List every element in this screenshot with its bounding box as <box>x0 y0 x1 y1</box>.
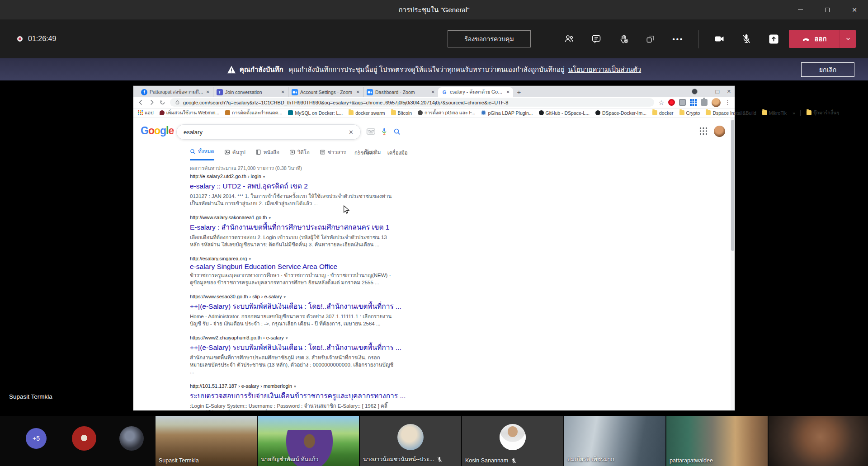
browser-tab-zoom-settings[interactable]: Account Settings - Zoom ✕ <box>288 87 363 97</box>
other-bookmarks-button[interactable]: บุ๊กมาร์กอื่นๆ <box>807 109 839 117</box>
new-tab-button[interactable]: + <box>513 87 525 97</box>
camera-button[interactable] <box>710 30 728 48</box>
bookmark-item[interactable]: pGina LDAP Plugin... <box>481 110 533 116</box>
keyboard-icon[interactable] <box>367 128 375 135</box>
scrollbar-thumb[interactable] <box>731 120 734 251</box>
video-tile-participant3[interactable]: นางสาวน้อมชวนันทน์--ประ... <box>360 416 461 466</box>
bookmark-star-icon[interactable]: ☆ <box>658 99 664 106</box>
search-tools-link[interactable]: เครื่องมือ <box>387 149 408 157</box>
reactions-button[interactable] <box>615 30 633 48</box>
forward-icon[interactable] <box>148 99 155 106</box>
minimize-button[interactable] <box>787 0 814 19</box>
more-actions-button[interactable]: ••• <box>669 30 687 48</box>
result-title-link[interactable]: ++|(e-Salary) ระบบพิมพ์สลิปเงินเดือน : โ… <box>190 301 396 312</box>
result-breadcrumb[interactable]: http://101.51.137.187 › e-salary › membe… <box>190 383 396 389</box>
bookmark-item[interactable]: MySQL on Docker: L... <box>288 110 343 116</box>
extension-grid-icon[interactable] <box>690 99 697 106</box>
browser-tab-google-active[interactable]: G esalary - ค้นหาด้วย Google ✕ <box>438 87 513 97</box>
result-options-icon[interactable]: ▾ <box>294 384 296 389</box>
result-breadcrumb[interactable]: http://e-salary2.utd2.go.th › login▾ <box>190 174 396 179</box>
result-title-link[interactable]: e-salary Singburi Education Service Area… <box>190 263 396 271</box>
result-breadcrumb[interactable]: http://www.salary.sakonarea1.go.th▾ <box>190 215 396 220</box>
chrome-profile-avatar[interactable] <box>712 98 721 107</box>
tab-close-icon[interactable]: ✕ <box>356 89 360 94</box>
search-settings-link[interactable]: การตั้งค่า <box>354 149 376 157</box>
overflow-count-badge[interactable]: +5 <box>26 428 47 449</box>
reload-icon[interactable] <box>159 99 166 106</box>
result-breadcrumb[interactable]: https://www.sesao30.go.th › slip › e-sal… <box>190 294 396 299</box>
bookmark-folder[interactable]: Dspace Install&Build <box>706 110 756 116</box>
clear-search-icon[interactable]: ✕ <box>349 129 354 136</box>
result-title-link[interactable]: e-salary :: UTD2 - สพป.อุตรดิตถ์ เขต 2 <box>190 180 396 192</box>
participant-avatar[interactable] <box>119 426 144 451</box>
bookmark-item[interactable]: การติดตั้งและกำหนดค... <box>225 109 282 117</box>
result-options-icon[interactable]: ▾ <box>263 174 265 179</box>
address-bar[interactable]: google.com/search?q=esalary&rlz=1C1CHBD_… <box>170 98 654 107</box>
result-options-icon[interactable]: ▾ <box>249 257 251 261</box>
dismiss-banner-button[interactable]: ยกเลิก <box>801 62 854 77</box>
browser-maximize-button[interactable]: ▢ <box>715 89 719 94</box>
request-control-button[interactable]: ร้องขอการควบคุม <box>448 30 531 47</box>
search-submit-icon[interactable] <box>393 128 401 136</box>
bookmark-folder[interactable]: Bitcoin <box>391 110 412 116</box>
voice-search-icon[interactable] <box>381 127 387 136</box>
browser-profile-icon[interactable] <box>692 89 698 94</box>
participants-button[interactable] <box>560 30 578 48</box>
leave-button[interactable]: ออก <box>789 30 840 48</box>
share-tray-button[interactable] <box>764 30 783 48</box>
result-breadcrumb[interactable]: https://www2.chaiyaphum3.go.th › e-salar… <box>190 335 396 340</box>
search-tab-images[interactable]: ค้นรูป <box>224 147 245 160</box>
search-input[interactable]: esalary ✕ <box>176 124 361 140</box>
browser-close-button[interactable]: ✕ <box>727 89 731 94</box>
google-profile-avatar[interactable] <box>714 126 725 137</box>
result-options-icon[interactable]: ▾ <box>286 336 288 340</box>
video-tile-participant7[interactable] <box>769 416 868 466</box>
bookmark-apps[interactable]: แอป <box>138 109 154 117</box>
bookmark-item[interactable]: การตั้งค่า pGina และ F... <box>418 109 475 117</box>
bookmark-folder[interactable]: docker swarm <box>349 110 385 116</box>
chat-button[interactable] <box>587 30 605 48</box>
extension-icon[interactable] <box>679 99 686 106</box>
tab-close-icon[interactable]: ✕ <box>506 89 510 94</box>
search-tab-videos[interactable]: วิดีโอ <box>289 147 310 160</box>
video-tile-participant2[interactable]: นายกัญชำพัฒน์ ทันแก้ว <box>258 416 359 466</box>
result-options-icon[interactable]: ▾ <box>284 295 286 299</box>
tab-close-icon[interactable]: ✕ <box>431 89 435 94</box>
page-scrollbar[interactable] <box>731 118 735 410</box>
result-title-link[interactable]: E-salary : สำนักงานเขตพื้นที่การศึกษาประ… <box>190 221 396 233</box>
bookmark-item[interactable]: เพิ่มส่วนใช้งาน Webmin... <box>160 109 219 117</box>
result-title-link[interactable]: ++|(e-Salary) ระบบพิมพ์สลิปเงินเดือน : โ… <box>190 342 396 353</box>
back-icon[interactable] <box>137 99 144 106</box>
browser-tab-facebook[interactable]: f Pattarapat ส่งข้อความถึง Chat@IT ✕ <box>138 87 213 97</box>
extension-opera-icon[interactable] <box>668 99 675 106</box>
result-title-link[interactable]: ระบบตรวจสอบการรับจ่ายเงินเดือนข้าราชการค… <box>190 390 396 401</box>
mic-button[interactable] <box>737 30 755 48</box>
tab-close-icon[interactable]: ✕ <box>281 89 285 94</box>
bookmark-item[interactable]: GitHub - DSpace-L... <box>539 110 590 116</box>
tab-close-icon[interactable]: ✕ <box>206 89 210 94</box>
video-tile-supasit[interactable]: Supasit Termkla <box>156 416 257 466</box>
search-tab-all[interactable]: ทั้งหมด <box>190 147 214 160</box>
google-logo[interactable]: Google <box>141 125 174 137</box>
google-apps-icon[interactable] <box>699 127 708 135</box>
bookmark-item[interactable]: DSpace-Docker-Im... <box>595 110 646 116</box>
maximize-button[interactable] <box>814 0 841 19</box>
bookmark-folder[interactable]: Crypto <box>679 110 700 116</box>
privacy-policy-link[interactable]: นโยบายความเป็นส่วนตัว <box>568 64 642 75</box>
participant-avatar[interactable] <box>72 426 96 451</box>
video-tile-somkiat[interactable]: สมเกียรติ เพ็ชรมาก <box>564 416 665 466</box>
chrome-menu-icon[interactable]: ⋮ <box>725 99 731 106</box>
bookmark-folder[interactable]: docker <box>652 110 674 116</box>
video-tile-pattarapat[interactable]: pattarapatwaidee <box>666 416 768 466</box>
breakout-rooms-button[interactable] <box>642 30 660 48</box>
video-tile-kosin[interactable]: Kosin Sanannam <box>462 416 563 466</box>
search-tab-news[interactable]: ข่าวสาร <box>320 147 346 160</box>
close-button[interactable]: ✕ <box>841 0 868 19</box>
browser-tab-teams[interactable]: T Join conversation ✕ <box>213 87 288 97</box>
bookmark-folder[interactable]: MikroTik <box>762 110 787 116</box>
search-tab-books[interactable]: หนังสือ <box>255 147 279 160</box>
browser-minimize-button[interactable]: – <box>705 89 708 94</box>
result-breadcrumb[interactable]: http://esalary.singarea.org▾ <box>190 256 396 261</box>
leave-options-button[interactable] <box>840 30 856 48</box>
result-options-icon[interactable]: ▾ <box>269 216 271 220</box>
